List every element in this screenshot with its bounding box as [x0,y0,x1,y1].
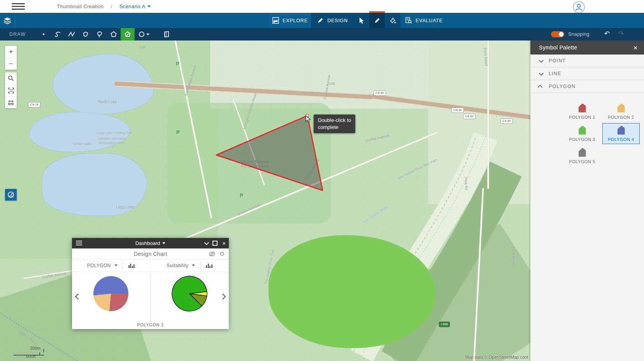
autocomplete-polygon-icon [124,31,131,38]
search-button[interactable] [5,72,17,85]
shape-from-map-icon [163,31,170,38]
shape-from-map-tool-button[interactable] [160,28,174,41]
pie-slice-red[interactable] [109,294,128,311]
chevron-down-icon [539,70,544,76]
gauge-icon [7,191,14,198]
default-extent-button[interactable] [5,85,17,97]
bar-chart-toggle-icon[interactable] [205,263,213,268]
polygon-icon [110,31,117,38]
measure-icon [8,99,14,106]
top-bar: Thumbnail Creation / Scenario A [0,0,644,13]
carousel-next-button[interactable] [220,294,226,300]
dashboard-gauge-button[interactable] [5,189,17,201]
carousel-prev-button[interactable] [75,294,81,300]
freehand-polygon-icon [82,31,89,38]
scenario-dropdown[interactable]: Scenario A [119,4,151,9]
chart2-controls: Suitability [150,259,229,271]
polygon-swatch-icon [579,126,586,135]
map-tools [5,72,17,108]
polygon-symbol-tile[interactable]: POLYGON 1 [563,101,601,122]
freehand-polygon-tool-button[interactable] [79,28,93,41]
layers-button[interactable] [0,13,15,28]
circle-tool-button[interactable] [135,28,153,41]
tooltip-line1: Double-click to [318,117,351,124]
section-polygon[interactable]: POLYGON [530,80,644,93]
visibility-toggle-icon[interactable] [209,251,216,257]
polygon-symbol-tile[interactable]: POLYGON 3 [563,123,601,144]
scale-imperial: 600ft [26,354,35,359]
chart2-field-dropdown[interactable]: Suitability [167,263,188,268]
polygon-symbol-tile[interactable]: POLYGON 5 [563,145,601,166]
pie-chart-suitability[interactable] [171,275,208,312]
tab-explore[interactable]: EXPLORE [269,13,311,28]
chevron-down-icon [162,242,165,244]
chevron-down-icon[interactable] [114,264,118,266]
map-attribution: Map data © OpenStreetMap cont [465,355,528,359]
breadcrumb-project[interactable]: Thumbnail Creation [57,4,104,9]
tab-evaluate[interactable]: EVALUATE [400,13,447,28]
point-icon [40,31,47,38]
gear-icon[interactable]: ⚙ [219,250,225,257]
pie-slice-blue[interactable] [93,276,128,296]
dashboard-subheader: Design Chart ⚙ [72,248,229,259]
fill-tool-button[interactable] [385,13,400,28]
freehand-autocomplete-tool-button[interactable] [93,28,107,41]
user-avatar[interactable] [573,1,585,13]
collapse-icon[interactable] [204,240,209,245]
polygon-swatch-icon [579,148,586,157]
polygon-tool-button[interactable] [107,28,121,41]
draw-tool-button[interactable] [369,13,385,28]
zoom-out-button[interactable]: − [5,58,17,70]
tab-evaluate-label: EVALUATE [416,18,443,23]
polygon-symbol-label: POLYGON 5 [569,159,595,164]
tab-design-label: DESIGN [327,18,348,23]
chevron-up-icon [538,85,543,90]
tooltip-line2: complete [318,124,351,131]
snapping-toggle[interactable] [551,31,564,37]
close-icon[interactable]: × [633,44,638,51]
draw-tooltip: Double-click to complete [314,114,355,133]
dashboard-title-bar[interactable]: Dashboard × [72,238,229,248]
undo-button[interactable]: ↶ [604,30,610,38]
paint-bucket-icon [389,17,396,24]
zoom-in-button[interactable]: + [5,46,17,58]
scale-metric: 200m [30,346,41,350]
pie-slice-orange[interactable] [93,294,111,311]
dashboard-title: Dashboard [135,240,160,246]
scale-bar: 200m 600ft [14,346,60,360]
measure-button[interactable] [5,97,17,108]
explore-icon [272,17,279,24]
polygon-symbol-tile[interactable]: POLYGON 4 [602,123,640,144]
dashboard-window: Dashboard × Design Chart ⚙ POLYGON Suita… [72,238,229,329]
pie-chart-polygon[interactable] [92,275,130,312]
tab-design[interactable]: DESIGN [311,13,354,28]
polyline-tool-button[interactable] [65,28,79,41]
section-line[interactable]: LINE [530,67,644,80]
chart1-field-dropdown[interactable]: POLYGON [87,263,111,268]
polygon-swatch-icon [618,126,625,135]
maximize-icon[interactable] [212,241,218,246]
polygon-symbol-label: POLYGON 1 [569,115,595,120]
point-tool-button[interactable] [37,28,51,41]
redo-button[interactable]: ↷ [618,30,624,38]
close-icon[interactable]: × [222,240,226,246]
chart1-controls: POLYGON [72,259,150,271]
dashboard-menu-icon[interactable] [76,241,82,247]
freehand-line-tool-button[interactable] [51,28,65,41]
app-menu-icon[interactable] [12,3,25,10]
select-tool-button[interactable] [354,13,369,28]
symbol-palette-title: Symbol Palette [539,44,577,51]
bar-chart-toggle-icon[interactable] [128,263,135,268]
polygon-symbol-tile[interactable]: POLYGON 2 [602,101,640,122]
chevron-down-icon[interactable] [192,264,195,266]
freehand-autocomplete-icon [96,31,104,38]
autocomplete-polygon-tool-button[interactable] [121,28,135,41]
search-icon [8,75,14,81]
polygon-swatch-icon [579,104,586,113]
breadcrumb-separator: / [111,4,112,9]
zoom-control: + − [5,46,17,70]
evaluate-icon [405,17,412,24]
snapping-label: Snapping [568,32,590,37]
section-point[interactable]: POINT [530,55,644,67]
tab-explore-label: EXPLORE [283,18,308,23]
